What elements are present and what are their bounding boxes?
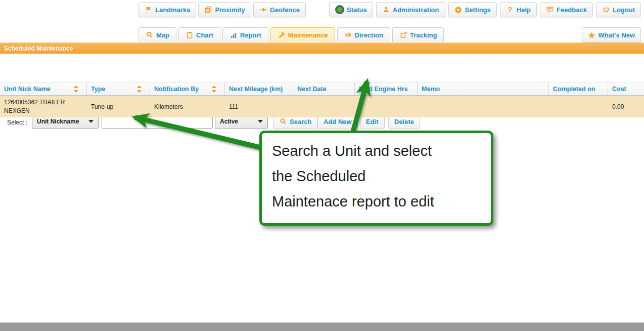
column-header-next-mileage: Next Mileage (km) xyxy=(225,82,293,96)
tab-direction-label: Direction xyxy=(355,31,383,39)
proximity-icon xyxy=(204,6,212,14)
tutorial-callout: Search a Unit and select the Scheduled M… xyxy=(259,131,493,226)
main-tab-strip: Map Chart Report Maintenance Direction xyxy=(139,27,444,42)
column-label: Next Date xyxy=(297,86,327,93)
sort-icon xyxy=(74,86,78,93)
chevron-down-icon xyxy=(88,120,94,123)
column-header-unit-nick-name[interactable]: Unit Nick Name xyxy=(0,82,87,96)
help-button[interactable]: ? Help xyxy=(500,2,537,17)
top-feature-buttons: Landmarks Proximity Geofence xyxy=(139,2,306,17)
landmarks-button[interactable]: Landmarks xyxy=(139,2,196,17)
callout-line: Maintenace report to edit xyxy=(272,189,486,214)
cell-type: Tune-up xyxy=(87,96,150,117)
help-icon: ? xyxy=(506,6,514,14)
callout-line: Search a Unit and select xyxy=(272,138,486,163)
power-icon xyxy=(602,6,610,14)
tab-map-label: Map xyxy=(156,31,169,39)
tab-maintenance[interactable]: Maintenance xyxy=(270,27,335,42)
magnifier-icon xyxy=(146,31,154,39)
tab-tracking-label: Tracking xyxy=(410,31,437,39)
double-arrow-icon xyxy=(344,31,352,39)
geofence-button[interactable]: Geofence xyxy=(253,2,306,17)
select-label: Select : xyxy=(7,119,27,126)
tab-report-label: Report xyxy=(240,31,261,39)
column-label: Cost xyxy=(612,86,626,93)
status-icon xyxy=(335,5,344,14)
column-label: Next Mileage (km) xyxy=(229,86,283,93)
tab-chart[interactable]: Chart xyxy=(178,27,220,42)
logout-label: Logout xyxy=(613,6,635,14)
external-link-icon xyxy=(399,31,407,39)
column-header-memo: Memo xyxy=(418,82,549,96)
status-button[interactable]: Status xyxy=(329,2,373,17)
search-icon xyxy=(279,117,287,126)
logout-button[interactable]: Logout xyxy=(596,2,641,17)
cell-unit-nick-name: 1264005362 TRAILER NEXGEN xyxy=(0,96,87,117)
column-header-next-engine-hrs: Next Engine Hrs xyxy=(355,82,418,96)
column-label: Next Engine Hrs xyxy=(359,86,408,93)
tab-direction[interactable]: Direction xyxy=(337,27,390,42)
settings-button[interactable]: Settings xyxy=(448,2,497,17)
administration-label: Administration xyxy=(393,6,439,14)
delete-label: Delete xyxy=(394,118,414,126)
column-header-notification-by[interactable]: Notification By xyxy=(150,82,225,96)
tab-tracking[interactable]: Tracking xyxy=(392,27,444,42)
feedback-icon xyxy=(546,6,554,14)
callout-line: the Scheduled xyxy=(272,163,486,189)
cell-next-date xyxy=(293,96,355,117)
status-label: Status xyxy=(347,6,367,14)
whats-new-label: What's New xyxy=(599,31,635,39)
tab-map[interactable]: Map xyxy=(139,27,176,42)
column-header-type[interactable]: Type xyxy=(87,82,150,96)
status-filter-value: Active xyxy=(220,118,238,125)
clipboard-icon xyxy=(186,31,194,39)
feedback-label: Feedback xyxy=(557,6,587,14)
bar-chart-icon xyxy=(229,31,238,39)
wrench-icon xyxy=(278,31,286,39)
page-title: Scheduled Maintenance xyxy=(4,45,73,52)
whats-new-button[interactable]: ★ What's New xyxy=(582,27,641,43)
proximity-button[interactable]: Proximity xyxy=(198,2,251,17)
edit-label: Edit xyxy=(366,118,379,126)
top-utility-buttons: Status Administration Settings ? Help Fe… xyxy=(329,2,641,17)
settings-label: Settings xyxy=(465,6,491,14)
field-dropdown-value: Unit Nickname xyxy=(37,118,79,125)
proximity-label: Proximity xyxy=(215,6,245,14)
column-label: Unit Nick Name xyxy=(4,86,51,93)
search-button-label: Search xyxy=(290,118,311,126)
tab-maintenance-label: Maintenance xyxy=(288,31,328,39)
star-icon: ★ xyxy=(588,31,596,39)
feedback-button[interactable]: Feedback xyxy=(540,2,593,17)
chevron-down-icon xyxy=(258,120,263,123)
bottom-bar xyxy=(0,323,644,331)
column-label: Type xyxy=(91,86,105,93)
cell-next-mileage: 111 xyxy=(225,96,293,117)
cell-notification-by: Kilometers xyxy=(150,96,225,117)
geofence-label: Geofence xyxy=(270,6,300,14)
cell-completed-on xyxy=(549,96,608,117)
sort-icon xyxy=(212,86,216,93)
cell-next-engine-hrs xyxy=(355,96,418,117)
tab-chart-label: Chart xyxy=(196,31,213,39)
column-label: Notification By xyxy=(154,86,199,93)
administration-button[interactable]: Administration xyxy=(376,2,445,17)
table-row[interactable]: 1264005362 TRAILER NEXGEN Tune-up Kilome… xyxy=(0,96,644,117)
scheduled-maintenance-page: Landmarks Proximity Geofence Status Admi… xyxy=(0,0,644,331)
column-header-cost: Cost xyxy=(608,82,644,96)
search-toolbar: Select : Unit Nickname Active Search Add… xyxy=(0,54,644,82)
person-icon xyxy=(382,6,390,14)
gear-icon xyxy=(454,6,463,14)
geofence-icon xyxy=(259,6,267,14)
landmarks-label: Landmarks xyxy=(155,6,190,14)
tab-report[interactable]: Report xyxy=(222,27,268,42)
flag-icon xyxy=(145,6,153,14)
cell-cost: 0.00 xyxy=(608,96,644,117)
column-header-completed-on: Completed on xyxy=(549,82,608,96)
section-header-bar: Scheduled Maintenance xyxy=(0,43,644,54)
column-label: Completed on xyxy=(553,86,595,93)
add-new-label: Add New xyxy=(324,118,352,126)
column-header-next-date: Next Date xyxy=(293,82,355,96)
sort-icon xyxy=(137,86,142,93)
table-header-row: Unit Nick Name Type Notification By Next… xyxy=(0,82,644,97)
help-label: Help xyxy=(517,6,531,14)
